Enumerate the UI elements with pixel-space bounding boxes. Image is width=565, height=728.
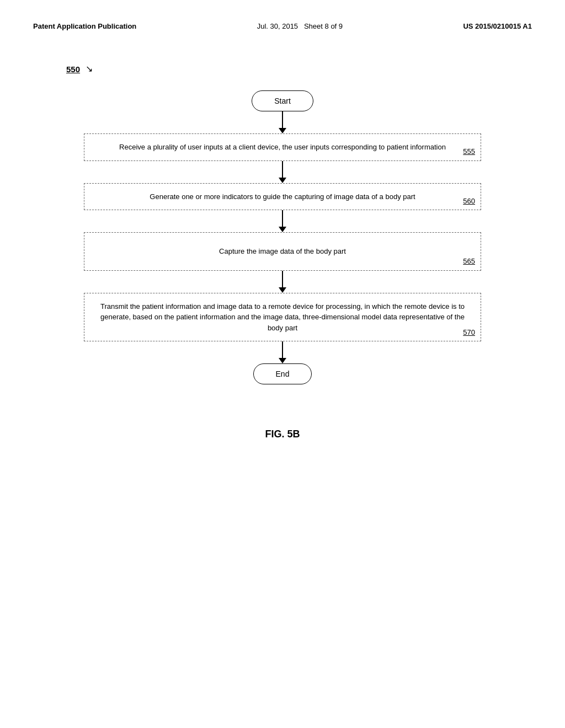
arrow-head-5 <box>279 358 286 363</box>
flow-indicator: 550 ↘ <box>66 63 93 74</box>
header-left: Patent Application Publication <box>33 22 136 30</box>
start-oval: Start <box>252 90 313 111</box>
step-555-num: 555 <box>463 146 475 157</box>
end-oval: End <box>253 363 312 384</box>
end-label: End <box>276 370 290 378</box>
flowchart-diagram: 550 ↘ Start Receive a plurality of user … <box>33 63 532 384</box>
step-565-box: Capture the image data of the body part … <box>84 232 481 271</box>
arrow-line-3 <box>282 210 283 227</box>
step-560-text: Generate one or more indicators to guide… <box>150 192 415 201</box>
arrow-head-3 <box>279 227 286 232</box>
step-560-box: Generate one or more indicators to guide… <box>84 183 481 211</box>
header-date: Jul. 30, 2015 <box>257 22 298 30</box>
arrow-line-2 <box>282 161 283 178</box>
step-570-box: Transmit the patient information and ima… <box>84 293 481 342</box>
arrow-head-1 <box>279 128 286 133</box>
step-565-num: 565 <box>463 256 475 267</box>
page-header: Patent Application Publication Jul. 30, … <box>33 22 532 30</box>
step-570-text: Transmit the patient information and ima… <box>100 302 465 332</box>
arrow-4 <box>279 271 286 293</box>
arrow-1 <box>279 111 286 133</box>
step-555-text: Receive a plurality of user inputs at a … <box>119 143 446 151</box>
arrow-3 <box>279 210 286 232</box>
header-sheet: Sheet 8 of 9 <box>304 22 343 30</box>
arrow-2 <box>279 161 286 183</box>
header-right: US 2015/0210015 A1 <box>463 22 532 30</box>
page: Patent Application Publication Jul. 30, … <box>0 0 565 728</box>
arrow-line-1 <box>282 111 283 128</box>
arrow-5 <box>279 341 286 363</box>
figure-caption: FIG. 5B <box>33 429 532 440</box>
step-570-num: 570 <box>463 327 475 338</box>
step-560-num: 560 <box>463 196 475 207</box>
start-label: Start <box>274 97 291 105</box>
arrow-head-4 <box>279 287 286 293</box>
arrow-head-2 <box>279 178 286 183</box>
arrow-line-4 <box>282 271 283 287</box>
indicator-arrow-icon: ↘ <box>86 63 93 74</box>
flow-label: 550 <box>66 65 80 74</box>
step-565-text: Capture the image data of the body part <box>219 247 346 255</box>
arrow-line-5 <box>282 341 283 358</box>
header-center: Jul. 30, 2015 Sheet 8 of 9 <box>257 22 343 30</box>
step-555-box: Receive a plurality of user inputs at a … <box>84 133 481 161</box>
